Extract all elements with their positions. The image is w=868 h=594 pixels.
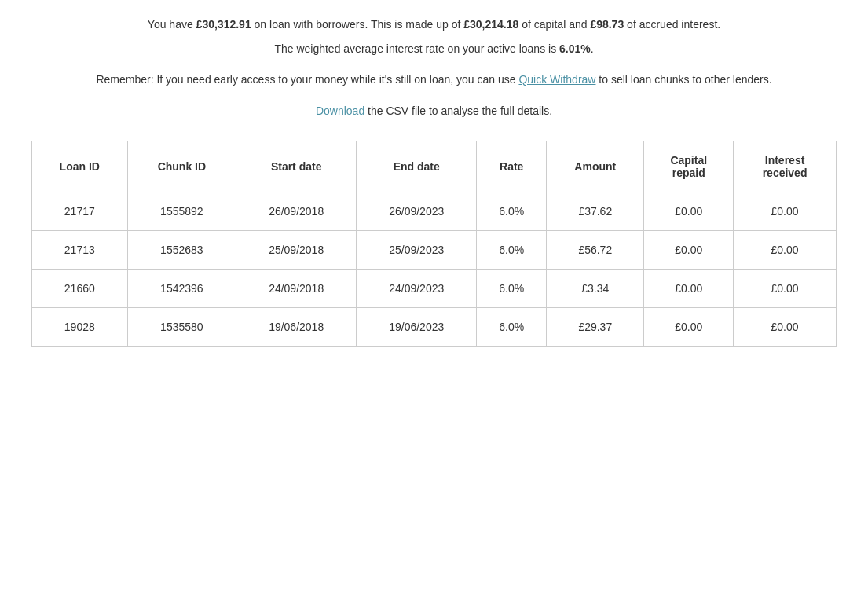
table-cell: 6.0% (477, 307, 547, 346)
table-cell: 1555892 (127, 192, 236, 230)
table-header-row: Loan IDChunk IDStart dateEnd dateRateAmo… (32, 141, 837, 192)
table-cell: £56.72 (547, 230, 644, 269)
table-cell: 21713 (32, 230, 128, 269)
table-header-cell: Capitalrepaid (644, 141, 734, 192)
table-cell: 6.0% (477, 192, 547, 230)
capital-amount: £30,214.18 (463, 18, 518, 31)
table-row: 21660154239624/09/201824/09/20236.0%£3.3… (32, 269, 837, 307)
table-header-cell: Interestreceived (734, 141, 837, 192)
table-cell: £0.00 (644, 230, 734, 269)
rate-post: . (591, 42, 594, 55)
table-row: 21713155268325/09/201825/09/20236.0%£56.… (32, 230, 837, 269)
summary-mid2: of capital and (522, 18, 590, 31)
table-cell: 25/09/2018 (236, 230, 357, 269)
table-header-cell: End date (357, 141, 477, 192)
table-cell: 1542396 (127, 269, 236, 307)
table-cell: 24/09/2018 (236, 269, 357, 307)
rate-pre: The weighted average interest rate on yo… (274, 42, 559, 55)
loans-table: Loan IDChunk IDStart dateEnd dateRateAmo… (31, 141, 837, 346)
table-cell: £0.00 (734, 307, 837, 346)
page-container: You have £30,312.91 on loan with borrowe… (0, 0, 868, 362)
download-text: Download the CSV file to analyse the ful… (31, 104, 837, 117)
table-cell: £0.00 (734, 192, 837, 230)
remind-post: to sell loan chunks to other lenders. (595, 73, 771, 86)
rate-text: The weighted average interest rate on yo… (31, 42, 837, 55)
table-header-cell: Chunk ID (127, 141, 236, 192)
table-cell: 1535580 (127, 307, 236, 346)
table-row: 19028153558019/06/201819/06/20236.0%£29.… (32, 307, 837, 346)
table-cell: 1552683 (127, 230, 236, 269)
table-cell: 6.0% (477, 269, 547, 307)
table-cell: 26/09/2023 (357, 192, 477, 230)
total-loan-amount: £30,312.91 (196, 18, 251, 31)
quick-withdraw-link[interactable]: Quick Withdraw (518, 73, 595, 86)
summary-mid1: on loan with borrowers. This is made up … (255, 18, 464, 31)
remind-pre: Remember: If you need early access to yo… (96, 73, 518, 86)
table-cell: 19/06/2023 (357, 307, 477, 346)
table-cell: £37.62 (547, 192, 644, 230)
table-row: 21717155589226/09/201826/09/20236.0%£37.… (32, 192, 837, 230)
table-cell: £0.00 (734, 230, 837, 269)
table-cell: £0.00 (734, 269, 837, 307)
table-cell: 25/09/2023 (357, 230, 477, 269)
download-link[interactable]: Download (316, 104, 364, 117)
table-header-cell: Start date (236, 141, 357, 192)
table-header-cell: Loan ID (32, 141, 128, 192)
table-header-cell: Amount (547, 141, 644, 192)
download-post: the CSV file to analyse the full details… (364, 104, 552, 117)
table-cell: 19/06/2018 (236, 307, 357, 346)
table-cell: £0.00 (644, 269, 734, 307)
table-cell: £3.34 (547, 269, 644, 307)
rate-value: 6.01% (559, 42, 591, 55)
table-cell: 24/09/2023 (357, 269, 477, 307)
table-cell: £0.00 (644, 192, 734, 230)
table-cell: £29.37 (547, 307, 644, 346)
table-cell: 19028 (32, 307, 128, 346)
interest-amount: £98.73 (590, 18, 624, 31)
remind-text: Remember: If you need early access to yo… (31, 71, 837, 88)
summary-line1: You have £30,312.91 on loan with borrowe… (31, 16, 837, 33)
table-cell: £0.00 (644, 307, 734, 346)
table-cell: 21717 (32, 192, 128, 230)
table-cell: 26/09/2018 (236, 192, 357, 230)
summary-post: of accrued interest. (627, 18, 720, 31)
table-cell: 6.0% (477, 230, 547, 269)
table-header-cell: Rate (477, 141, 547, 192)
table-cell: 21660 (32, 269, 128, 307)
